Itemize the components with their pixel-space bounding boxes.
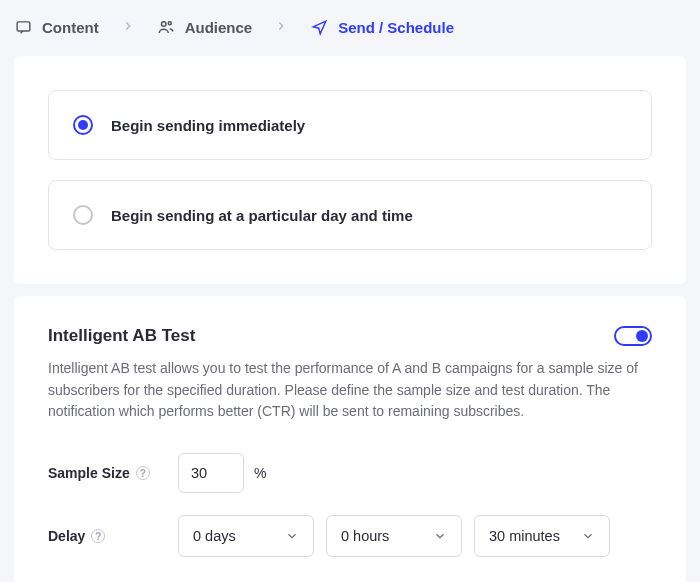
chevron-right-icon	[121, 19, 135, 36]
svg-point-2	[168, 22, 171, 25]
breadcrumb: Content Audience Send / Schedule	[0, 0, 700, 56]
help-icon[interactable]: ?	[136, 466, 150, 480]
delay-label: Delay ?	[48, 528, 178, 544]
sample-size-input[interactable]: 30	[178, 453, 244, 493]
breadcrumb-step-send[interactable]: Send / Schedule	[310, 18, 454, 36]
schedule-options-card: Begin sending immediately Begin sending …	[14, 56, 686, 284]
sample-size-label: Sample Size ?	[48, 465, 178, 481]
message-icon	[14, 18, 32, 36]
help-icon[interactable]: ?	[91, 529, 105, 543]
option-label: Begin sending immediately	[111, 117, 305, 134]
radio-unselected-icon[interactable]	[73, 205, 93, 225]
breadcrumb-label: Send / Schedule	[338, 19, 454, 36]
audience-icon	[157, 18, 175, 36]
percent-label: %	[254, 465, 266, 481]
delay-hours-select[interactable]: 0 hours	[326, 515, 462, 557]
delay-row: Delay ? 0 days 0 hours 30 minutes	[48, 515, 652, 557]
breadcrumb-label: Content	[42, 19, 99, 36]
chevron-down-icon	[433, 529, 447, 543]
option-send-scheduled[interactable]: Begin sending at a particular day and ti…	[48, 180, 652, 250]
ab-test-section: Intelligent AB Test Intelligent AB test …	[14, 296, 686, 582]
delay-days-select[interactable]: 0 days	[178, 515, 314, 557]
send-icon	[310, 18, 328, 36]
breadcrumb-step-audience[interactable]: Audience	[157, 18, 253, 36]
option-send-immediately[interactable]: Begin sending immediately	[48, 90, 652, 160]
sample-size-row: Sample Size ? 30 %	[48, 453, 652, 493]
chevron-down-icon	[581, 529, 595, 543]
delay-minutes-select[interactable]: 30 minutes	[474, 515, 610, 557]
svg-point-1	[161, 22, 166, 27]
ab-test-title: Intelligent AB Test	[48, 326, 195, 346]
chevron-down-icon	[285, 529, 299, 543]
breadcrumb-label: Audience	[185, 19, 253, 36]
chevron-right-icon	[274, 19, 288, 36]
radio-selected-icon[interactable]	[73, 115, 93, 135]
ab-test-toggle[interactable]	[614, 326, 652, 346]
breadcrumb-step-content[interactable]: Content	[14, 18, 99, 36]
option-label: Begin sending at a particular day and ti…	[111, 207, 413, 224]
ab-test-description: Intelligent AB test allows you to test t…	[48, 358, 652, 423]
svg-rect-0	[17, 21, 30, 30]
